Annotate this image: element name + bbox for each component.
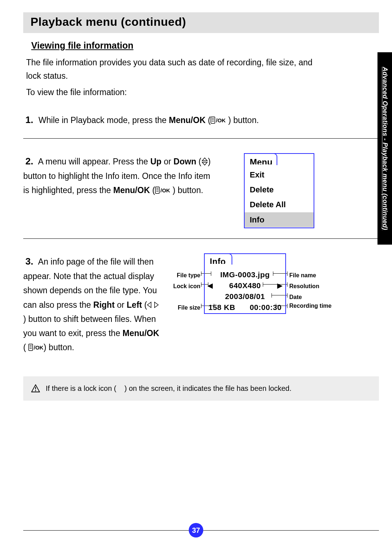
info-rec-time: 00:00:30	[250, 301, 282, 314]
info-file-size: 158 KB	[208, 301, 235, 314]
menu-figure: Menu Exit Delete Delete All Info	[244, 153, 314, 229]
svg-marker-5	[202, 158, 207, 161]
svg-rect-0	[211, 117, 215, 123]
menu-item-delete: Delete	[245, 182, 314, 197]
info-file-name: IMG-0003.jpg	[205, 267, 285, 278]
callout-resolution: Resolution	[289, 281, 326, 291]
step-2-number: 2.	[25, 153, 33, 169]
svg-marker-12	[147, 302, 151, 307]
step-3-text: An info page of the file will then appea…	[23, 257, 159, 352]
page-title: Playback menu (continued)	[30, 15, 372, 29]
step-1-text: While in Playback mode, press the Menu/O…	[38, 115, 259, 125]
svg-marker-13	[155, 302, 158, 307]
callout-date: Date	[289, 292, 326, 302]
note-box: If there is a lock icon ( ) on the scree…	[23, 376, 379, 401]
note-text: If there is a lock icon ( ) on the scree…	[46, 384, 291, 393]
step-3-number: 3.	[25, 253, 33, 269]
step-2: 2. A menu will appear. Press the Up or D…	[23, 153, 379, 254]
callout-file-name: File name	[289, 270, 326, 280]
menu-ok-icon: /OK	[211, 116, 226, 124]
step-1-number: 1.	[25, 112, 33, 128]
svg-rect-14	[29, 344, 33, 351]
svg-marker-6	[202, 162, 207, 165]
menu-item-info: Info	[245, 212, 314, 227]
callout-file-size: File size	[164, 303, 200, 312]
menu-ok-icon: /OK	[155, 186, 170, 194]
page-number: 37	[189, 523, 203, 537]
menu-item-exit: Exit	[245, 167, 314, 182]
callout-file-type: File type	[164, 270, 200, 280]
svg-point-21	[35, 390, 36, 391]
step-1: 1. While in Playback mode, press the Men…	[23, 112, 379, 153]
info-date: 2003/08/01	[205, 289, 285, 300]
info-resolution: ◀ 640X480 ▶	[205, 278, 285, 289]
callout-lock-icon: Lock icon	[164, 281, 200, 291]
menu-ok-icon: /OK	[28, 343, 44, 351]
section-side-tab-label: Advanced Operations - Playback menu (con…	[381, 67, 389, 230]
steps-list: 1. While in Playback mode, press the Men…	[23, 112, 379, 369]
svg-text:/OK: /OK	[216, 117, 226, 123]
step-2-text: A menu will appear. Press the Up or Down…	[23, 157, 211, 195]
left-right-icon	[147, 301, 159, 309]
subsection-heading: Viewing file information	[31, 40, 379, 51]
step-3: 3. An info page of the file will then ap…	[23, 253, 379, 369]
section-heading: Playback menu (continued)	[23, 12, 379, 33]
intro-paragraph-2: To view the file information:	[26, 86, 324, 99]
svg-text:/OK: /OK	[34, 344, 44, 351]
callout-rec-time: Recording time	[289, 303, 326, 309]
up-down-icon	[201, 158, 208, 165]
section-side-tab: Advanced Operations - Playback menu (con…	[377, 52, 392, 245]
intro-paragraph-1: The file information provides you data s…	[26, 56, 324, 83]
svg-text:/OK: /OK	[160, 187, 170, 193]
info-figure: File type Lock icon File size File name …	[164, 253, 318, 314]
menu-item-delete-all: Delete All	[245, 197, 314, 212]
warning-icon	[31, 384, 40, 392]
menu-tab: Menu	[244, 153, 277, 165]
step-divider	[23, 138, 379, 139]
step-divider	[23, 238, 379, 239]
info-tab: Info	[204, 253, 232, 265]
info-size-time: 158 KB 00:00:30	[205, 300, 285, 311]
svg-rect-7	[155, 187, 159, 193]
